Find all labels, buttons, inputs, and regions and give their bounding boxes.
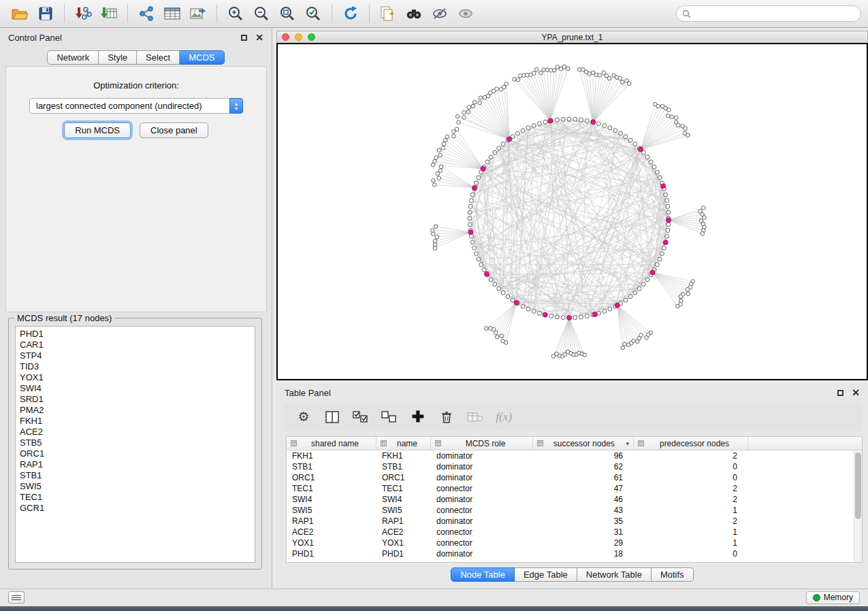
search-input[interactable] [695, 9, 855, 18]
show-all-icon[interactable] [453, 2, 479, 25]
table-cell: 2 [634, 451, 748, 461]
sort-chevron-icon[interactable]: ▾ [626, 440, 629, 447]
export-image-icon[interactable] [185, 2, 211, 25]
tab-style[interactable]: Style [99, 50, 137, 65]
mcds-result-node[interactable]: ACE2 [20, 427, 251, 437]
new-network-icon[interactable] [133, 2, 159, 25]
zoom-out-icon[interactable] [248, 2, 274, 25]
column-header-label: successor nodes [545, 439, 623, 448]
tab-network[interactable]: Network [47, 50, 99, 65]
tab-mcds[interactable]: MCDS [180, 50, 224, 65]
mcds-result-node[interactable]: YOX1 [20, 372, 251, 383]
table-scrollbar[interactable] [854, 450, 862, 562]
table-row[interactable]: STB1STB1dominator620 [287, 461, 862, 472]
table-tab-motifs[interactable]: Motifs [652, 567, 694, 582]
network-canvas[interactable] [276, 43, 868, 380]
mcds-result-node[interactable]: CAR1 [20, 340, 251, 350]
close-panel-button[interactable]: Close panel [140, 122, 208, 138]
mcds-result-node[interactable]: PHD1 [20, 329, 251, 340]
import-table-icon[interactable] [96, 2, 122, 25]
table-tab-node-table[interactable]: Node Table [451, 567, 515, 582]
clone-network-icon[interactable] [375, 2, 401, 25]
hide-selected-icon[interactable] [427, 2, 453, 25]
save-icon[interactable] [33, 2, 59, 25]
table-cell: dominator [431, 462, 533, 472]
memory-button[interactable]: Memory [806, 591, 860, 604]
delete-row-icon[interactable] [438, 409, 455, 425]
search-icon [682, 10, 691, 18]
function-builder-icon[interactable]: f(x) [496, 409, 512, 425]
mcds-result-node[interactable]: SWI5 [20, 481, 251, 492]
mcds-result-node[interactable]: GCR1 [20, 503, 251, 514]
table-cell: connector [431, 484, 533, 493]
mcds-result-node[interactable]: STB5 [20, 437, 251, 448]
table-row[interactable]: SWI4SWI4dominator462 [287, 494, 862, 505]
criterion-dropdown[interactable]: largest connected component (undirected)… [29, 98, 243, 114]
import-network-icon[interactable] [70, 2, 96, 25]
table-row[interactable]: PHD1PHD1dominator180 [287, 548, 862, 559]
tab-select[interactable]: Select [137, 50, 180, 65]
table-row[interactable]: ACE2ACE2connector311 [287, 527, 862, 538]
mcds-result-node[interactable]: SWI4 [20, 383, 251, 394]
table-cell: TEC1 [287, 484, 376, 493]
search-field[interactable] [676, 5, 861, 22]
add-row-icon[interactable]: ✚ [410, 409, 426, 425]
mcds-result-node[interactable]: PMA2 [20, 405, 251, 416]
float-panel-icon[interactable] [837, 390, 843, 396]
settings-gear-icon[interactable]: ⚙ [295, 409, 312, 425]
table-row[interactable]: FKH1FKH1dominator962 [287, 450, 862, 461]
search-network-icon[interactable] [401, 2, 427, 25]
memory-label: Memory [824, 593, 853, 602]
mcds-result-node[interactable]: RAP1 [20, 459, 251, 470]
refresh-icon[interactable] [338, 2, 364, 25]
table-cell: STB1 [287, 462, 376, 472]
zoom-selected-icon[interactable] [300, 2, 326, 25]
table-tab-edge-table[interactable]: Edge Table [515, 567, 577, 582]
table-row[interactable]: YOX1YOX1connector291 [287, 538, 862, 548]
column-header-shared-name[interactable]: shared name [287, 437, 376, 450]
table-cell: 61 [533, 473, 634, 482]
table-cell: 2 [634, 516, 748, 526]
mcds-result-node[interactable]: SRD1 [20, 394, 251, 405]
mcds-result-node[interactable]: TID3 [20, 361, 251, 372]
mcds-result-node[interactable]: ORC1 [20, 448, 251, 459]
close-panel-icon[interactable]: ✕ [852, 389, 860, 396]
scrollbar-thumb[interactable] [855, 452, 861, 519]
table-cell: SWI4 [376, 495, 431, 504]
column-visibility-icon[interactable] [324, 409, 340, 425]
table-cell: dominator [431, 495, 533, 504]
table-row[interactable]: SWI5SWI5connector431 [287, 505, 862, 516]
network-graph[interactable] [278, 44, 867, 379]
network-table-icon[interactable] [159, 2, 185, 25]
table-panel: Table Panel ✕ ⚙ ✚ f(x) [276, 383, 868, 589]
select-all-icon[interactable] [353, 409, 369, 425]
close-panel-icon[interactable]: ✕ [255, 34, 263, 41]
table-row[interactable]: RAP1RAP1dominator352 [287, 516, 862, 527]
table-cell: 31 [533, 527, 634, 537]
column-header-name[interactable]: name [376, 437, 431, 450]
table-row[interactable]: TEC1TEC1connector472 [287, 483, 862, 494]
run-mcds-button[interactable]: Run MCDS [64, 122, 131, 138]
column-header-successor-nodes[interactable]: successor nodes▾ [533, 437, 634, 450]
table-toolbar: ⚙ ✚ f(x) [283, 403, 861, 431]
memory-status-icon [813, 594, 820, 601]
table-cell: dominator [431, 549, 533, 559]
status-menu-icon[interactable] [8, 591, 25, 604]
column-header-predecessor-nodes[interactable]: predecessor nodes [634, 437, 748, 450]
table-row[interactable]: ORC1ORC1dominator610 [287, 472, 862, 483]
table-cell: SWI5 [287, 506, 376, 515]
float-panel-icon[interactable] [241, 35, 247, 41]
table-header-row: shared namenameMCDS rolesuccessor nodes▾… [287, 437, 862, 450]
mcds-result-node[interactable]: TEC1 [20, 492, 251, 503]
zoom-in-icon[interactable] [223, 2, 248, 25]
mcds-result-node[interactable]: STB1 [20, 470, 251, 481]
deselect-all-icon[interactable] [381, 409, 398, 425]
mcds-result-node[interactable]: STP4 [20, 350, 251, 361]
mcds-result-list[interactable]: PHD1CAR1STP4TID3YOX1SWI4SRD1PMA2FKH1ACE2… [15, 326, 255, 563]
delete-table-icon[interactable] [467, 409, 483, 425]
open-folder-icon[interactable] [7, 2, 33, 25]
mcds-result-node[interactable]: FKH1 [20, 416, 251, 427]
table-tab-network-table[interactable]: Network Table [577, 567, 652, 582]
zoom-fit-icon[interactable] [274, 2, 300, 25]
column-header-MCDS-role[interactable]: MCDS role [431, 437, 533, 450]
